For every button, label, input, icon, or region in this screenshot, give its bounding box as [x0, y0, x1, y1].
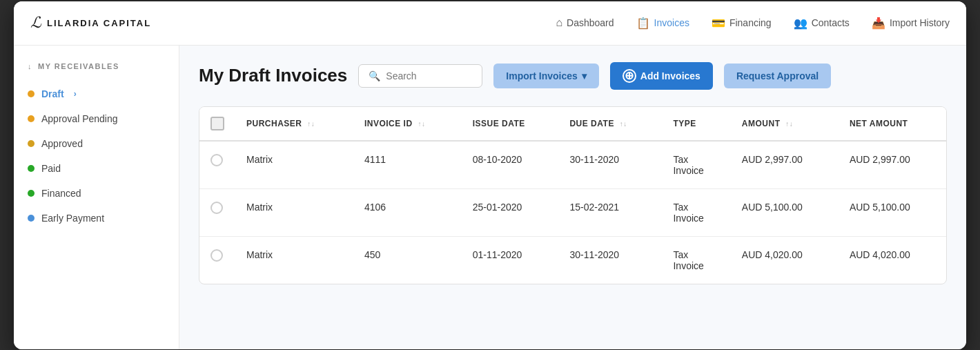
sidebar-header-text: MY RECEIVABLES: [38, 62, 119, 70]
cell-invoice-id: 4111: [353, 141, 462, 189]
sidebar: ↓ MY RECEIVABLES Draft › Approval Pendin…: [14, 46, 179, 349]
sidebar-header: ↓ MY RECEIVABLES: [14, 62, 179, 81]
sort-invoice-id-icon: ↑↓: [418, 120, 425, 128]
table-body: Matrix 4111 08-10-2020 30-11-2020 TaxInv…: [199, 141, 946, 284]
search-icon: 🔍: [369, 70, 380, 81]
top-nav: ℒ LILARDIA CAPITAL ⌂ Dashboard 📋 Invoice…: [14, 1, 966, 46]
col-type: TYPE: [662, 107, 730, 141]
import-history-icon: 📥: [872, 17, 885, 30]
nav-import-history-label: Import History: [890, 17, 950, 28]
page-title: My Draft Invoices: [199, 65, 347, 86]
sidebar-item-approval-pending[interactable]: Approval Pending: [14, 106, 179, 131]
col-purchaser[interactable]: PURCHASER ↑↓: [235, 107, 353, 141]
dot-approval-pending: [28, 115, 35, 122]
col-net-amount-label: NET AMOUNT: [850, 119, 908, 128]
cell-issue-date: 08-10-2020: [462, 141, 559, 189]
table-row: Matrix 450 01-11-2020 30-11-2020 TaxInvo…: [199, 236, 946, 284]
logo-icon: ℒ: [30, 14, 41, 32]
cell-due-date: 30-11-2020: [558, 141, 662, 189]
cell-invoice-id: 450: [353, 236, 462, 284]
add-icon: ⊕: [623, 69, 636, 83]
cell-type: TaxInvoice: [662, 188, 730, 236]
cell-type: TaxInvoice: [662, 141, 730, 189]
dot-approved: [28, 140, 35, 147]
dot-draft: [28, 90, 35, 97]
sort-due-date-icon: ↑↓: [620, 120, 627, 128]
col-invoice-id[interactable]: INVOICE ID ↑↓: [353, 107, 462, 141]
nav-invoices-label: Invoices: [654, 17, 689, 28]
col-type-label: TYPE: [673, 119, 696, 128]
cell-amount: AUD 4,020.00: [731, 236, 839, 284]
col-due-date[interactable]: DUE DATE ↑↓: [558, 107, 662, 141]
nav-import-history[interactable]: 📥 Import History: [872, 17, 950, 30]
cell-issue-date: 25-01-2020: [462, 188, 559, 236]
col-amount[interactable]: AMOUNT ↑↓: [731, 107, 839, 141]
sidebar-item-financed[interactable]: Financed: [14, 181, 179, 206]
sidebar-item-early-payment-label: Early Payment: [41, 213, 104, 224]
row-checkbox-cell: [199, 188, 235, 236]
add-invoices-label: Add Invoices: [640, 70, 700, 81]
invoices-table: PURCHASER ↑↓ INVOICE ID ↑↓ ISSUE DATE: [199, 107, 946, 284]
cell-net-amount: AUD 5,100.00: [839, 188, 946, 236]
sidebar-item-approved[interactable]: Approved: [14, 131, 179, 156]
row-checkbox-1[interactable]: [210, 202, 223, 214]
sidebar-item-early-payment[interactable]: Early Payment: [14, 206, 179, 231]
request-approval-button[interactable]: Request Approval: [724, 64, 831, 88]
col-net-amount: NET AMOUNT: [839, 107, 946, 141]
logo: ℒ LILARDIA CAPITAL: [30, 14, 151, 32]
row-checkbox-cell: [199, 236, 235, 284]
app-window: ℒ LILARDIA CAPITAL ⌂ Dashboard 📋 Invoice…: [14, 1, 966, 349]
cell-due-date: 30-11-2020: [558, 236, 662, 284]
nav-links: ⌂ Dashboard 📋 Invoices 💳 Financing 👥 Con…: [556, 17, 950, 30]
table-header-row: PURCHASER ↑↓ INVOICE ID ↑↓ ISSUE DATE: [199, 107, 946, 141]
cell-type: TaxInvoice: [662, 236, 730, 284]
dot-paid: [28, 165, 35, 172]
invoices-table-container: PURCHASER ↑↓ INVOICE ID ↑↓ ISSUE DATE: [199, 106, 947, 284]
sidebar-item-approval-pending-label: Approval Pending: [41, 113, 118, 124]
dot-early-payment: [28, 215, 35, 222]
row-checkbox-0[interactable]: [210, 154, 223, 166]
sidebar-header-icon: ↓: [28, 62, 32, 70]
cell-issue-date: 01-11-2020: [462, 236, 559, 284]
cell-net-amount: AUD 4,020.00: [839, 236, 946, 284]
sidebar-item-draft-label: Draft: [41, 88, 64, 99]
sidebar-item-financed-label: Financed: [41, 188, 81, 199]
col-amount-label: AMOUNT: [742, 119, 781, 128]
main-layout: ↓ MY RECEIVABLES Draft › Approval Pendin…: [14, 46, 966, 349]
contacts-icon: 👥: [794, 17, 807, 30]
invoices-icon: 📋: [636, 17, 650, 30]
sidebar-item-paid[interactable]: Paid: [14, 156, 179, 181]
col-issue-date: ISSUE DATE: [462, 107, 559, 141]
col-due-date-label: DUE DATE: [569, 119, 614, 128]
import-dropdown-icon: ▾: [582, 70, 587, 81]
cell-due-date: 15-02-2021: [558, 188, 662, 236]
sort-amount-icon: ↑↓: [785, 120, 793, 128]
table-row: Matrix 4106 25-01-2020 15-02-2021 TaxInv…: [199, 188, 946, 236]
import-invoices-label: Import Invoices: [506, 70, 577, 81]
nav-contacts[interactable]: 👥 Contacts: [794, 17, 850, 30]
add-invoices-button[interactable]: ⊕ Add Invoices: [610, 62, 713, 90]
cell-amount: AUD 2,997.00: [731, 141, 839, 189]
dashboard-icon: ⌂: [556, 17, 562, 29]
cell-amount: AUD 5,100.00: [731, 188, 839, 236]
search-input[interactable]: [386, 70, 469, 81]
row-checkbox-2[interactable]: [210, 249, 223, 262]
nav-financing[interactable]: 💳 Financing: [712, 17, 772, 30]
sidebar-item-draft[interactable]: Draft ›: [14, 81, 179, 106]
nav-invoices[interactable]: 📋 Invoices: [636, 17, 689, 30]
row-checkbox-cell: [199, 141, 235, 189]
chevron-draft-icon: ›: [74, 89, 77, 99]
cell-net-amount: AUD 2,997.00: [839, 141, 946, 189]
sidebar-item-paid-label: Paid: [41, 163, 61, 174]
select-all-checkbox[interactable]: [210, 117, 224, 130]
cell-purchaser: Matrix: [235, 141, 353, 189]
nav-dashboard[interactable]: ⌂ Dashboard: [556, 17, 614, 29]
cell-invoice-id: 4106: [353, 188, 462, 236]
dot-financed: [28, 190, 35, 197]
import-invoices-button[interactable]: Import Invoices ▾: [493, 64, 598, 88]
search-box[interactable]: 🔍: [358, 64, 482, 88]
content-header: My Draft Invoices 🔍 Import Invoices ▾ ⊕ …: [199, 62, 947, 90]
cell-purchaser: Matrix: [235, 188, 353, 236]
nav-contacts-label: Contacts: [812, 17, 850, 28]
nav-financing-label: Financing: [729, 17, 772, 28]
